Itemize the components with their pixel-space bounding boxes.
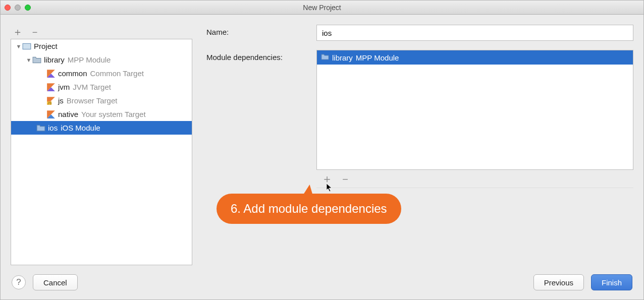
tree-target-jvm[interactable]: jvm JVM Target [11,80,192,94]
chevron-down-icon[interactable]: ▼ [15,43,22,49]
folder-icon [36,124,45,133]
dependencies-list[interactable]: library MPP Module [316,50,633,170]
right-panel: Name: Module dependencies: l [206,25,633,265]
cancel-button[interactable]: Cancel [33,274,78,290]
tutorial-callout: 6. Add module dependencies [217,194,401,224]
deps-row: Module dependencies: library MPP Module [206,50,633,188]
svg-text:JS: JS [47,101,51,104]
add-dependency-icon[interactable]: ＋ [321,173,333,185]
project-icon [22,42,31,51]
sidebar: ＋ － ▼ Project ▼ [11,25,192,265]
add-module-icon[interactable]: ＋ [13,27,23,37]
sidebar-toolbar: ＋ － [11,25,192,39]
footer: ? Cancel Previous Finish [1,265,643,299]
tree-target-js[interactable]: JS js Browser Target [11,94,192,107]
target-desc: Common Target [90,69,144,78]
finish-button[interactable]: Finish [591,274,632,290]
kotlin-js-icon: JS [46,96,56,105]
folder-icon [32,55,41,65]
target-desc: Browser Target [67,96,118,105]
target-name: jvm [58,83,70,91]
content: ＋ － ▼ Project ▼ [1,15,643,299]
help-button[interactable]: ? [12,275,26,289]
folder-icon [321,53,329,63]
previous-button[interactable]: Previous [533,274,584,290]
target-name: js [58,96,64,105]
module-name: ios [48,124,58,132]
titlebar: New Project [1,1,643,15]
remove-dependency-icon[interactable]: － [340,173,351,185]
tree-root[interactable]: ▼ Project [11,39,192,53]
tree-target-common[interactable]: common Common Target [11,67,192,80]
dialog-window: New Project ＋ － ▼ Project [0,0,644,300]
name-input[interactable] [316,25,633,41]
module-type: MPP Module [68,55,111,64]
dependency-type: MPP Module [356,53,399,62]
target-desc: JVM Target [73,83,111,91]
deps-label: Module dependencies: [206,50,316,62]
kotlin-native-icon [46,110,56,119]
remove-module-icon[interactable]: － [30,27,40,37]
tree-item-ios-selected[interactable]: ios iOS Module [11,121,192,135]
callout-text: 6. Add module dependencies [231,202,387,215]
name-row: Name: [206,25,633,41]
module-name: library [44,55,65,64]
name-label: Name: [206,25,316,36]
target-name: common [58,69,87,78]
kotlin-icon [46,83,56,92]
main-area: ＋ － ▼ Project ▼ [1,15,643,265]
tree-root-label: Project [34,42,58,50]
svg-rect-0 [23,43,31,49]
kotlin-icon [46,69,56,78]
module-type: iOS Module [61,124,100,132]
target-desc: Your system Target [81,110,146,118]
dependencies-toolbar: ＋ － [316,170,633,188]
tree-item-library[interactable]: ▼ library MPP Module [11,53,192,67]
dependency-item[interactable]: library MPP Module [317,50,633,65]
tree-target-native[interactable]: native Your system Target [11,107,192,121]
help-icon: ? [16,277,21,287]
window-title: New Project [1,4,643,12]
module-tree[interactable]: ▼ Project ▼ library MPP Module [11,39,192,265]
dependency-name: library [332,53,353,62]
target-name: native [58,110,78,118]
chevron-down-icon[interactable]: ▼ [25,57,32,63]
